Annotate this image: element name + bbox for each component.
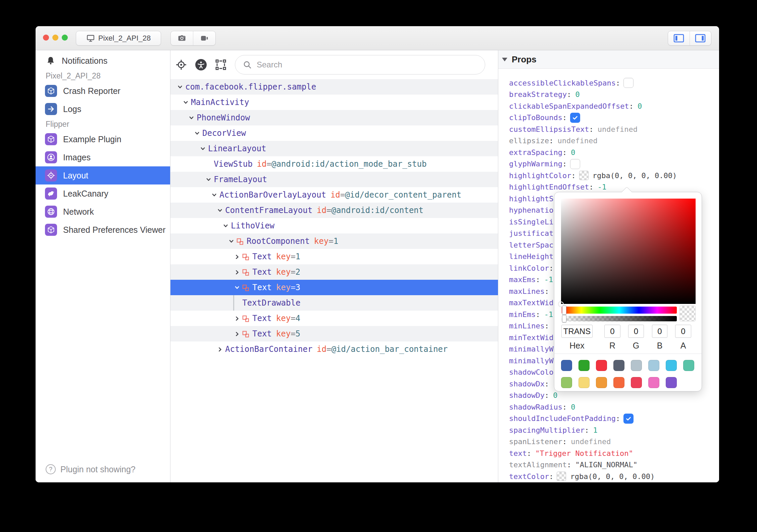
prop-value[interactable]: 0 — [638, 102, 642, 110]
tree-row-linearlayout[interactable]: LinearLayout — [170, 141, 498, 156]
tree-row-contentframelayout[interactable]: ContentFrameLayoutid=@android:id/content — [170, 203, 498, 218]
sidebar-item-example-plugin[interactable]: Example Plugin — [36, 130, 170, 148]
prop-value[interactable]: 0 — [553, 391, 557, 400]
accessibility-mode-icon[interactable] — [195, 59, 207, 70]
tree-row-text[interactable]: Textkey=5 — [170, 326, 498, 341]
preset-swatch[interactable] — [666, 377, 677, 388]
alpha-slider[interactable] — [562, 316, 677, 321]
screen-record-button[interactable] — [193, 31, 215, 45]
sidebar-item-crash-reporter[interactable]: Crash Reporter — [36, 82, 170, 100]
tree-row-actionbaroverlaylayout[interactable]: ActionBarOverlayLayoutid=@id/decor_conte… — [170, 187, 498, 203]
chevron-right-icon[interactable] — [233, 330, 241, 337]
prop-value[interactable]: undefined — [598, 125, 638, 134]
green-input[interactable] — [628, 325, 644, 338]
prop-value[interactable]: "ALIGN_NORMAL" — [575, 461, 637, 469]
prop-value[interactable]: undefined — [557, 137, 597, 145]
preset-swatch[interactable] — [666, 360, 677, 371]
sidebar-item-shared-preferences-viewer[interactable]: Shared Preferences Viewer — [36, 221, 170, 239]
red-input[interactable] — [604, 325, 620, 338]
zoom-button[interactable] — [62, 35, 68, 41]
prop-value[interactable]: 0 — [571, 403, 575, 411]
plugin-help-link[interactable]: ? Plugin not showing? — [46, 464, 136, 474]
tree-row-textdrawable[interactable]: TextDrawable — [170, 295, 498, 311]
screenshot-button[interactable] — [171, 31, 193, 45]
tree-row-rootcomponent[interactable]: RootComponentkey=1 — [170, 233, 498, 249]
tree-row-lithoview[interactable]: LithoView — [170, 218, 498, 233]
tree-row-text[interactable]: Textkey=3 — [170, 280, 498, 295]
sidebar-item-network[interactable]: Network — [36, 203, 170, 221]
checkbox-unchecked[interactable] — [570, 159, 580, 169]
toggle-right-sidebar-button[interactable] — [690, 31, 711, 45]
hue-slider[interactable] — [562, 307, 677, 314]
chevron-right-icon[interactable] — [216, 345, 223, 353]
chevron-down-icon[interactable] — [222, 222, 229, 229]
hex-input[interactable] — [561, 325, 593, 338]
chevron-down-icon[interactable] — [216, 207, 223, 214]
tree-row-actionbarcontainer[interactable]: ActionBarContainerid=@id/action_bar_cont… — [170, 341, 498, 357]
chevron-right-icon[interactable] — [233, 268, 241, 276]
chevron-down-icon[interactable] — [199, 145, 206, 152]
chevron-down-icon[interactable] — [182, 99, 189, 106]
tree-row-text[interactable]: Textkey=1 — [170, 249, 498, 264]
preset-swatch[interactable] — [596, 377, 607, 388]
props-header[interactable]: Props — [498, 50, 719, 69]
blue-input[interactable] — [652, 325, 667, 338]
checkbox-checked[interactable] — [623, 414, 634, 424]
preset-swatch[interactable] — [561, 377, 572, 388]
close-button[interactable] — [43, 35, 49, 41]
preset-swatch[interactable] — [596, 360, 607, 371]
prop-value[interactable]: 0 — [571, 148, 575, 157]
tree-row-framelayout[interactable]: FrameLayout — [170, 172, 498, 187]
preset-swatch[interactable] — [613, 377, 624, 388]
chevron-right-icon[interactable] — [233, 253, 241, 260]
chevron-down-icon[interactable] — [233, 284, 241, 291]
checkbox-unchecked[interactable] — [623, 78, 634, 88]
tree-row-text[interactable]: Textkey=4 — [170, 311, 498, 326]
tree-row-mainactivity[interactable]: MainActivity — [170, 95, 498, 110]
sidebar-item-layout[interactable]: Layout — [36, 166, 170, 184]
prop-value[interactable]: 0 — [575, 90, 579, 99]
tree-row-text[interactable]: Textkey=2 — [170, 264, 498, 280]
tree-row-com-facebook-flipper-sample[interactable]: com.facebook.flipper.sample — [170, 79, 498, 95]
sidebar-item-leakcanary[interactable]: LeakCanary — [36, 184, 170, 203]
preset-swatch[interactable] — [578, 360, 590, 371]
chevron-right-icon[interactable] — [233, 315, 241, 322]
preset-swatch[interactable] — [683, 360, 694, 371]
color-swatch[interactable] — [557, 472, 566, 481]
chevron-down-icon[interactable] — [193, 129, 201, 137]
prop-value[interactable]: "Trigger Notification" — [535, 449, 633, 458]
chevron-down-icon[interactable] — [210, 191, 218, 199]
preset-swatch[interactable] — [613, 360, 624, 371]
saturation-area[interactable] — [561, 199, 696, 304]
search-field[interactable] — [235, 55, 485, 74]
device-selector-button[interactable]: Pixel_2_API_28 — [76, 31, 161, 46]
sidebar-item-logs[interactable]: Logs — [36, 100, 170, 118]
preset-swatch[interactable] — [648, 360, 659, 371]
minimize-button[interactable] — [52, 35, 58, 41]
hue-handle[interactable] — [562, 306, 566, 315]
checkbox-checked[interactable] — [570, 113, 580, 123]
color-swatch[interactable] — [579, 171, 589, 180]
chevron-down-icon[interactable] — [205, 176, 212, 183]
preset-swatch[interactable] — [578, 377, 590, 388]
tree-row-decorview[interactable]: DecorView — [170, 125, 498, 141]
prop-value[interactable]: -1 — [544, 310, 553, 319]
sidebar-item-images[interactable]: Images — [36, 148, 170, 166]
target-mode-icon[interactable] — [175, 59, 187, 71]
preset-swatch[interactable] — [648, 377, 659, 388]
chevron-down-icon[interactable] — [176, 83, 184, 91]
prop-value[interactable]: 1 — [593, 426, 597, 434]
toggle-left-sidebar-button[interactable] — [668, 31, 690, 45]
search-input[interactable] — [257, 60, 477, 69]
prop-value[interactable]: -1 — [598, 183, 607, 191]
preset-swatch[interactable] — [561, 360, 572, 371]
sidebar-item-notifications[interactable]: Notifications — [36, 52, 170, 70]
tree-row-viewstub[interactable]: ViewStubid=@android:id/action_mode_bar_s… — [170, 156, 498, 172]
prop-value[interactable]: -1 — [544, 275, 553, 284]
select-element-icon[interactable] — [215, 59, 227, 71]
prop-value[interactable]: undefined — [571, 437, 611, 446]
chevron-down-icon[interactable] — [188, 114, 195, 121]
tree-row-phonewindow[interactable]: PhoneWindow — [170, 110, 498, 125]
preset-swatch[interactable] — [631, 360, 642, 371]
alpha-handle[interactable] — [562, 315, 566, 322]
